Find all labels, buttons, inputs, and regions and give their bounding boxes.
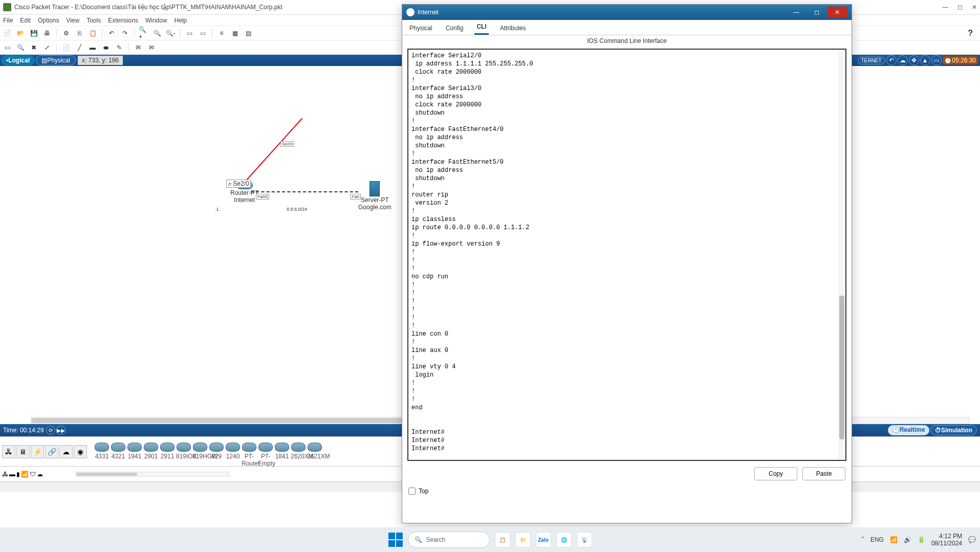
tab-cli[interactable]: CLI [474, 20, 488, 35]
view-icon[interactable]: ▤ [243, 28, 253, 38]
list-icon[interactable]: ≡ [216, 28, 227, 38]
wizard-icon[interactable]: ⚙ [61, 28, 71, 38]
tray-clock[interactable]: 4:12 PM 08/11/2024 [931, 533, 962, 547]
help-icon[interactable]: ? [968, 29, 978, 38]
devcat-end[interactable]: 🖥 [16, 445, 30, 458]
subcat-3[interactable]: ▮ [16, 471, 20, 478]
fast-forward-icon[interactable]: ▶▶ [56, 426, 66, 435]
bg-icon[interactable]: ▲ [920, 55, 930, 65]
dialog-icon[interactable]: ▭ [198, 28, 208, 38]
logical-view-tab[interactable]: •Logical [1, 55, 35, 65]
device-model-819IOX[interactable]: 819IOX [176, 443, 191, 461]
save-icon[interactable]: 💾 [29, 28, 39, 38]
new-icon[interactable]: 📄 [2, 28, 12, 38]
simple-pdu-icon[interactable]: ✉ [133, 42, 143, 53]
device-model-PT-Empty[interactable]: PT-Empty [258, 443, 273, 461]
device-hscroll[interactable] [76, 472, 229, 477]
ethernet-link[interactable] [251, 191, 358, 192]
device-model-4321[interactable]: 4321 [111, 443, 126, 461]
device-model-2621XM[interactable]: 2621XM [307, 443, 322, 461]
delete-icon[interactable]: ✖ [29, 42, 39, 53]
subcat-4[interactable]: 📶 [21, 471, 29, 478]
menu-edit[interactable]: Edit [20, 17, 31, 24]
menu-window[interactable]: Window [145, 17, 167, 24]
complex-pdu-icon[interactable]: ✉ [146, 42, 157, 53]
subcat-6[interactable]: ☁ [37, 471, 43, 478]
serial-link[interactable] [240, 118, 302, 187]
tray-volume-icon[interactable]: 🔊 [904, 536, 911, 543]
line-icon[interactable]: ╱ [74, 42, 84, 53]
server-google[interactable]: Server-PT Google.com [358, 181, 391, 211]
dialog-close-icon[interactable]: ✕ [827, 7, 847, 18]
devcat-misc[interactable]: ☁ [59, 445, 73, 458]
top-checkbox[interactable] [408, 488, 416, 495]
freeform-icon[interactable]: ✎ [114, 42, 124, 53]
menu-view[interactable]: View [66, 17, 79, 24]
minimize-icon[interactable]: — [942, 4, 948, 11]
menu-tools[interactable]: Tools [86, 17, 101, 24]
tray-battery-icon[interactable]: 🔋 [918, 536, 925, 543]
physical-view-tab[interactable]: ▤ Physical [36, 55, 76, 65]
tray-chevron-icon[interactable]: ˄ [861, 536, 864, 543]
tray-lang[interactable]: ENG [870, 536, 884, 543]
device-model-1941[interactable]: 1941 [127, 443, 142, 461]
taskbar-search[interactable]: 🔍 Search [408, 532, 490, 548]
maximize-icon[interactable]: ◻ [957, 4, 963, 11]
power-cycle-icon[interactable]: ⟳ [46, 426, 55, 435]
devcat-network[interactable]: 🖧 [2, 445, 15, 458]
select-icon[interactable]: ▭ [2, 42, 12, 53]
palette-icon[interactable]: ▭ [184, 28, 194, 38]
dialog-titlebar[interactable]: Internet — ◻ ✕ [402, 5, 852, 20]
rect-icon[interactable]: ▬ [88, 42, 98, 53]
cli-terminal[interactable]: interface Serial2/0 ip address 1.1.1.1 2… [407, 49, 846, 461]
tab-physical[interactable]: Physical [407, 21, 434, 35]
cli-vscroll[interactable] [838, 50, 845, 460]
menu-file[interactable]: File [3, 17, 13, 24]
resize-icon[interactable]: ⤢ [42, 42, 52, 53]
back-icon[interactable]: ↶ [886, 55, 897, 65]
dialog-maximize-icon[interactable]: ◻ [807, 7, 827, 18]
device-model-829[interactable]: 829 [209, 443, 224, 461]
simulation-mode[interactable]: ⏱Simulation [930, 425, 977, 435]
taskbar-app-1[interactable]: 📋 [495, 532, 510, 547]
close-icon[interactable]: ✕ [972, 4, 977, 11]
subcat-1[interactable]: 🖧 [2, 471, 8, 478]
move-icon[interactable]: ✥ [909, 55, 919, 65]
undo-icon[interactable]: ↶ [106, 28, 117, 38]
taskbar-app-explorer[interactable]: 📁 [515, 532, 531, 547]
tab-config[interactable]: Config [444, 21, 466, 35]
dialog-minimize-icon[interactable]: — [786, 7, 807, 18]
zoom-reset-icon[interactable]: 🔍 [152, 28, 162, 38]
inspect-icon[interactable]: 🔍 [15, 42, 26, 53]
taskbar-app-packettracer[interactable]: 📡 [577, 532, 592, 547]
viewport-icon[interactable]: ▭ [931, 55, 942, 65]
subcat-5[interactable]: 🛡 [30, 471, 36, 478]
zoom-out-icon[interactable]: 🔍- [165, 28, 176, 38]
device-model-1841[interactable]: 1841 [274, 443, 290, 461]
ellipse-icon[interactable]: ⬬ [101, 42, 111, 53]
redo-icon[interactable]: ↷ [120, 28, 130, 38]
print-icon[interactable]: 🖶 [42, 28, 52, 38]
devcat-components[interactable]: ⚡ [31, 445, 44, 458]
menu-options[interactable]: Options [38, 17, 59, 24]
device-model-1240[interactable]: 1240 [225, 443, 241, 461]
zoom-in-icon[interactable]: 🔍+ [139, 28, 149, 38]
grid-icon[interactable]: ▦ [230, 28, 240, 38]
tab-attributes[interactable]: Attributes [498, 21, 528, 35]
menu-help[interactable]: Help [175, 17, 187, 24]
realtime-mode[interactable]: 🕐Realtime [888, 425, 929, 435]
devcat-connections[interactable]: 🔗 [45, 445, 58, 458]
start-button[interactable] [388, 533, 403, 547]
tray-wifi-icon[interactable]: 📶 [890, 536, 898, 543]
device-model-2620XM[interactable]: 2620XM [291, 443, 306, 461]
copy-button[interactable]: Copy [754, 467, 797, 480]
subcat-2[interactable]: ▬ [9, 471, 15, 478]
device-model-4331[interactable]: 4331 [94, 443, 110, 461]
note-icon[interactable]: 📄 [61, 42, 71, 53]
device-model-2911[interactable]: 2911 [160, 443, 175, 461]
paste-button[interactable]: Paste [802, 467, 845, 480]
open-icon[interactable]: 📂 [15, 28, 26, 38]
paste-icon[interactable]: 📋 [88, 28, 98, 38]
menu-extensions[interactable]: Extensions [108, 17, 138, 24]
device-model-PT-Router[interactable]: PT-Router [242, 443, 257, 461]
